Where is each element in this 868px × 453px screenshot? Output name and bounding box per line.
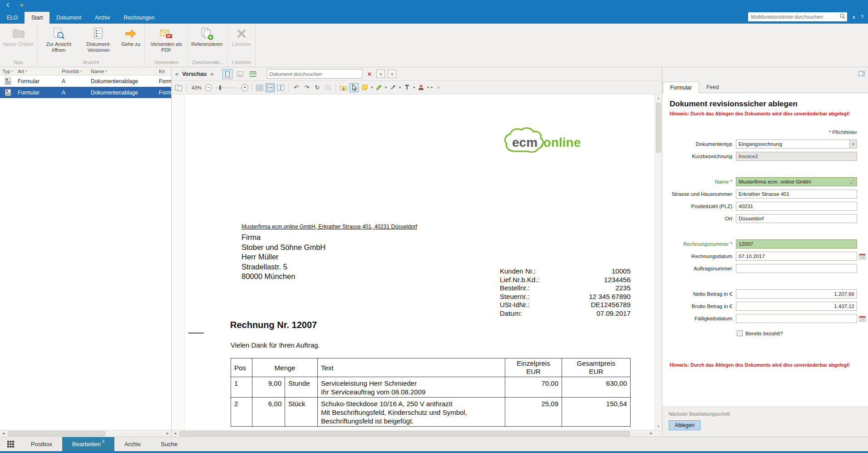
dropdown-icon[interactable]: ▾ <box>399 85 401 90</box>
plz-field[interactable] <box>736 202 857 211</box>
column-header-art[interactable]: Art ▾ <box>15 67 59 75</box>
arrow-annotation-button[interactable] <box>388 83 397 92</box>
view-mode-document-button[interactable] <box>222 69 232 79</box>
brutto-field[interactable] <box>736 302 857 311</box>
rechnungsnummer-field[interactable] <box>736 239 857 249</box>
search-previous-button[interactable]: ∧ <box>376 70 385 78</box>
remove-annotation-icon[interactable]: × <box>434 83 443 92</box>
netto-field[interactable] <box>736 289 857 299</box>
view-mode-image-button[interactable] <box>235 69 245 79</box>
nav-back-icon[interactable] <box>5 2 12 9</box>
menu-tab-archiv[interactable]: Archiv <box>88 12 117 24</box>
document-preview[interactable]: ecm .online Musterfirma ecm.online GmbH,… <box>185 95 655 430</box>
stamp-annotation-button[interactable] <box>416 83 425 92</box>
scroll-down-arrow[interactable]: ▼ <box>655 423 662 430</box>
fit-page-button[interactable] <box>276 83 285 92</box>
menu-tab-dokument[interactable]: Dokument <box>49 12 88 24</box>
clear-search-icon[interactable]: × <box>365 70 374 78</box>
goto-button[interactable]: Gehe zu <box>118 25 143 49</box>
view-mode-table-button[interactable] <box>248 69 258 79</box>
scroll-thumb[interactable] <box>8 431 105 436</box>
delete-button[interactable]: Löschen <box>229 25 254 49</box>
tab-feed[interactable]: Feed <box>699 81 726 93</box>
filter-icon[interactable]: ▾ <box>25 70 27 73</box>
zoom-slider[interactable] <box>215 84 238 91</box>
scroll-right-arrow[interactable]: ▶ <box>164 430 171 437</box>
bereits-bezahlt-checkbox[interactable] <box>737 330 743 336</box>
task-row-selected[interactable]: Formular A Dokumentenablage Form <box>0 87 171 98</box>
task-list-hscrollbar[interactable]: ◀ ▶ <box>0 430 171 437</box>
slider-thumb[interactable] <box>219 85 221 90</box>
preview-vscrollbar[interactable]: ▲ ▼ <box>655 95 662 430</box>
zoom-out-button[interactable]: − <box>205 84 212 91</box>
fit-original-button[interactable] <box>255 83 264 92</box>
reference-button[interactable]: Referenzieren <box>189 25 224 49</box>
rechnungsdatum-field[interactable] <box>736 252 857 261</box>
apps-grid-icon[interactable] <box>0 437 21 451</box>
faelligkeitsdatum-field[interactable] <box>736 314 857 323</box>
print-button[interactable] <box>323 83 332 92</box>
scroll-left-arrow[interactable]: ◀ <box>0 430 7 437</box>
name-field[interactable] <box>736 177 857 186</box>
scroll-thumb[interactable] <box>656 103 661 153</box>
column-header-prioritaet[interactable]: Priorität ▾ <box>59 67 89 75</box>
column-header-name[interactable]: Name ▾ <box>89 67 157 75</box>
document-versions-button[interactable]: Dokument-Versionen <box>79 25 118 55</box>
nav-forward-icon[interactable] <box>17 2 25 9</box>
panel-layout-icon[interactable] <box>858 71 865 78</box>
edit-pencil-icon[interactable] <box>850 179 855 186</box>
search-next-button[interactable]: ∨ <box>388 70 396 78</box>
workspace-tab-bearbeiten[interactable]: Bearbeiten 2 <box>62 437 114 451</box>
workspace-tab-suche[interactable]: Suche <box>151 437 187 451</box>
open-in-view-button[interactable]: Zur Ansicht öffnen <box>39 25 79 55</box>
task-row[interactable]: Formular A Dokumentenablage Form <box>0 75 171 87</box>
ablegen-button[interactable]: Ablegen <box>669 420 700 430</box>
dropdown-icon[interactable]: ▾ <box>427 85 429 90</box>
expand-panel-icon[interactable]: » <box>210 70 213 77</box>
scroll-right-arrow[interactable]: ▶ <box>648 430 655 437</box>
pen-annotation-button[interactable] <box>374 83 383 92</box>
ribbon-search-input[interactable] <box>751 14 839 20</box>
document-search-input[interactable] <box>269 71 360 77</box>
redo-icon[interactable]: ↷ <box>302 83 311 92</box>
column-header-typ[interactable]: Typ ▾ <box>0 67 15 75</box>
kurzbezeichnung-field[interactable] <box>736 152 857 161</box>
dropdown-icon[interactable]: ▾ <box>371 85 373 90</box>
dokumententyp-select[interactable] <box>736 139 857 149</box>
menu-tab-rechnungen[interactable]: Rechnungen <box>117 12 161 24</box>
page-layout-button[interactable] <box>174 83 183 92</box>
rotate-page-icon[interactable]: ↻ <box>313 83 322 92</box>
more-tools-dropdown-icon[interactable]: ▾ <box>431 85 433 90</box>
preview-hscrollbar[interactable]: ◀ ▶ <box>172 430 655 437</box>
undo-icon[interactable]: ↶ <box>292 83 301 92</box>
scroll-thumb[interactable] <box>179 431 630 436</box>
filter-icon[interactable]: ▾ <box>105 70 107 73</box>
fit-width-button[interactable] <box>266 83 275 92</box>
select-cursor-button[interactable] <box>350 83 359 92</box>
calendar-icon[interactable] <box>858 253 866 260</box>
zoom-in-button[interactable]: + <box>241 84 248 91</box>
dropdown-icon[interactable]: ▾ <box>385 85 387 90</box>
calendar-icon[interactable] <box>858 315 866 322</box>
note-annotation-button[interactable] <box>360 83 369 92</box>
send-as-pdf-button[interactable]: Versenden als PDF <box>146 25 186 55</box>
ort-field[interactable] <box>736 214 857 223</box>
collapse-ribbon-icon[interactable]: ∧ <box>852 15 856 20</box>
dropdown-icon[interactable]: ▾ <box>413 85 415 90</box>
filter-icon[interactable]: ▾ <box>12 70 14 73</box>
search-icon[interactable] <box>839 13 845 20</box>
strasse-field[interactable] <box>736 189 857 199</box>
scroll-left-arrow[interactable]: ◀ <box>172 430 178 437</box>
help-icon[interactable]: ? <box>861 15 863 20</box>
workspace-tab-postbox[interactable]: Postbox <box>21 437 62 451</box>
new-folder-button[interactable]: Neuer Ordner <box>1 25 35 49</box>
menu-tab-start[interactable]: Start <box>25 12 49 24</box>
filter-icon[interactable]: ▾ <box>80 70 82 73</box>
auftragsnummer-field[interactable] <box>736 264 857 273</box>
collapse-panel-icon[interactable]: « <box>175 70 178 77</box>
tab-formular[interactable]: Formular <box>663 82 699 93</box>
checkout-folder-button[interactable] <box>339 83 348 92</box>
scroll-up-arrow[interactable]: ▲ <box>655 95 662 101</box>
text-annotation-button[interactable] <box>402 83 411 92</box>
select-dropdown-icon[interactable]: ▾ <box>849 140 857 148</box>
